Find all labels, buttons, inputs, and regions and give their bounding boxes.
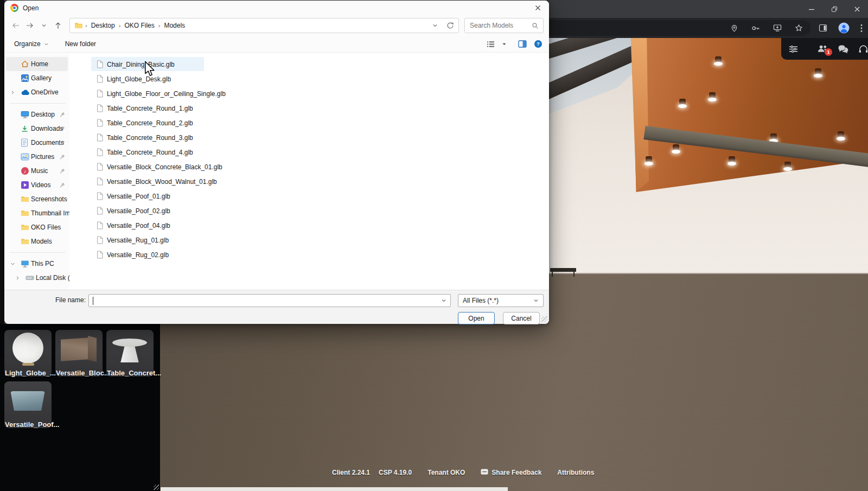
sidebar-item-pictures[interactable]: Pictures [6, 150, 68, 164]
file-item[interactable]: Versatile_Poof_02.glb [87, 203, 544, 218]
back-icon[interactable] [9, 18, 23, 33]
chevron-down-icon[interactable] [10, 262, 15, 266]
file-item[interactable]: Light_Globe_Floor_or_Ceiling_Single.glb [87, 86, 544, 101]
text-caret [93, 297, 93, 305]
asset-tile-table-concret[interactable]: Table_Concret... [106, 330, 154, 377]
chevron-right-icon[interactable] [15, 276, 20, 280]
new-folder-button[interactable]: New folder [61, 37, 100, 50]
sidebar-item-this-pc[interactable]: This PC [6, 257, 68, 271]
file-icon [97, 148, 103, 156]
panel-resize-grip[interactable] [154, 484, 159, 490]
breadcrumb-segment-desktop[interactable]: Desktop [90, 21, 117, 30]
menu-kebab-icon[interactable] [860, 24, 863, 33]
sidebar-item-documents[interactable]: Documents [6, 136, 68, 150]
sidebar-item-screenshots[interactable]: Screenshots [6, 192, 68, 206]
file-icon [97, 133, 103, 142]
file-item[interactable]: Table_Concrete_Round_3.glb [87, 130, 544, 145]
sidebar-item-desktop[interactable]: Desktop [6, 107, 68, 122]
asset-thumbnail [55, 330, 103, 368]
profile-avatar[interactable] [838, 22, 850, 34]
file-type-select[interactable]: All Files (*.*) [458, 294, 544, 307]
sliders-icon[interactable] [788, 44, 799, 54]
file-item[interactable]: Versatile_Block_Wood_Walnut_01.glb [87, 174, 544, 189]
status-share-feedback[interactable]: Share Feedback [481, 469, 541, 476]
sidebar-item-videos[interactable]: Videos [6, 178, 68, 192]
cancel-button[interactable]: Cancel [503, 312, 540, 324]
file-item[interactable]: Table_Concrete_Round_2.glb [87, 116, 544, 130]
file-item[interactable]: Table_Concrete_Round_1.glb [87, 101, 544, 116]
help-icon[interactable]: ? [534, 40, 542, 48]
sidebar-item-music[interactable]: ♪Music [6, 164, 68, 178]
location-icon[interactable] [730, 24, 738, 33]
file-item[interactable]: Versatile_Rug_01.glb [87, 233, 544, 247]
sidebar-item-downloads[interactable]: Downloads [6, 122, 68, 136]
dialog-resize-grip[interactable] [541, 316, 547, 322]
svg-text:?: ? [537, 41, 540, 47]
search-input[interactable] [465, 22, 532, 29]
restore-icon[interactable] [824, 0, 845, 18]
asset-tile-versatile-bloc[interactable]: Versatile_Bloc... [55, 330, 103, 377]
breadcrumb[interactable]: ›Desktop›OKO Files›Models [69, 18, 459, 33]
file-name-label: File name: [26, 296, 86, 304]
chevron-right-icon[interactable] [10, 90, 15, 95]
status-attributions[interactable]: Attributions [557, 469, 594, 476]
star-icon[interactable] [795, 24, 803, 32]
search-icon[interactable] [532, 22, 539, 29]
sidebar-item-thumbnail-imag[interactable]: Thumbnail Imag [6, 206, 68, 220]
asset-tile-light-globe[interactable]: Light_Globe_... [4, 330, 52, 377]
file-name: Light_Globe_Desk.glb [107, 75, 171, 83]
sidebar-item-home[interactable]: Home [6, 57, 68, 71]
list-view-icon[interactable] [487, 41, 495, 48]
sidebar-item-onedrive[interactable]: OneDrive [6, 85, 68, 99]
sidebar-item-models[interactable]: Models [6, 234, 68, 248]
dialog-close-icon[interactable] [529, 2, 546, 14]
status-label: CSP 4.19.0 [379, 469, 412, 476]
sidebar-item-gallery[interactable]: Gallery [6, 71, 68, 85]
status-tenant-oko: Tenant OKO [427, 469, 465, 476]
forward-icon[interactable] [23, 18, 37, 33]
file-icon [97, 177, 103, 186]
view-options-chevron-icon[interactable] [502, 42, 507, 47]
organize-button[interactable]: Organize [10, 37, 53, 50]
sidebar-item-local-disk-c[interactable]: Local Disk (C:) [6, 271, 68, 285]
folder-icon [21, 195, 29, 203]
address-dropdown-chevron-icon[interactable] [432, 23, 438, 28]
screen: 1 Client 2.24.1CSP 4.19.0Tenant OKOShare… [0, 0, 868, 491]
pin-icon [59, 154, 65, 160]
install-icon[interactable] [773, 24, 782, 32]
recent-locations-chevron-icon[interactable] [37, 18, 51, 33]
breadcrumb-segment-models[interactable]: Models [162, 21, 187, 30]
refresh-icon[interactable] [446, 22, 454, 29]
sidebar-item-label: Music [31, 167, 48, 175]
open-button[interactable]: Open [458, 312, 495, 324]
sidebar-item-label: OneDrive [31, 88, 59, 96]
file-icon [97, 207, 103, 215]
file-item[interactable]: Table_Concrete_Round_4.glb [87, 145, 544, 160]
asset-tile-versatile-poof[interactable]: Versatile_Poof... [4, 381, 52, 428]
sidebar-item-label: OKO Files [31, 224, 61, 231]
file-item[interactable]: Versatile_Rug_02.glb [87, 247, 544, 262]
file-item[interactable]: Versatile_Poof_04.glb [87, 218, 544, 233]
pin-icon [59, 168, 65, 174]
breadcrumb-segment-oko-files[interactable]: OKO Files [123, 21, 156, 30]
ceiling-downlight [729, 156, 735, 163]
sidebar-divider [10, 252, 65, 253]
minimize-icon[interactable] [801, 0, 822, 18]
chat-icon[interactable] [838, 44, 849, 54]
side-panel-icon[interactable] [819, 24, 827, 32]
pin-icon [59, 140, 65, 146]
file-name-field[interactable] [88, 294, 451, 307]
file-item[interactable]: Versatile_Poof_01.glb [87, 189, 544, 203]
file-name-dropdown-chevron-icon[interactable] [441, 298, 446, 303]
up-icon[interactable] [51, 18, 65, 33]
key-icon[interactable] [751, 25, 760, 31]
sidebar-item-oko-files[interactable]: OKO Files [6, 220, 68, 234]
file-item[interactable]: Versatile_Block_Concrete_Black_01.glb [87, 160, 544, 174]
headphones-icon[interactable] [858, 44, 868, 54]
file-name-input[interactable] [89, 297, 441, 304]
pin-icon [59, 182, 65, 188]
preview-pane-icon[interactable] [518, 40, 527, 48]
sidebar-divider [10, 103, 65, 104]
close-icon[interactable] [846, 0, 868, 18]
file-name: Table_Concrete_Round_1.glb [107, 105, 193, 112]
